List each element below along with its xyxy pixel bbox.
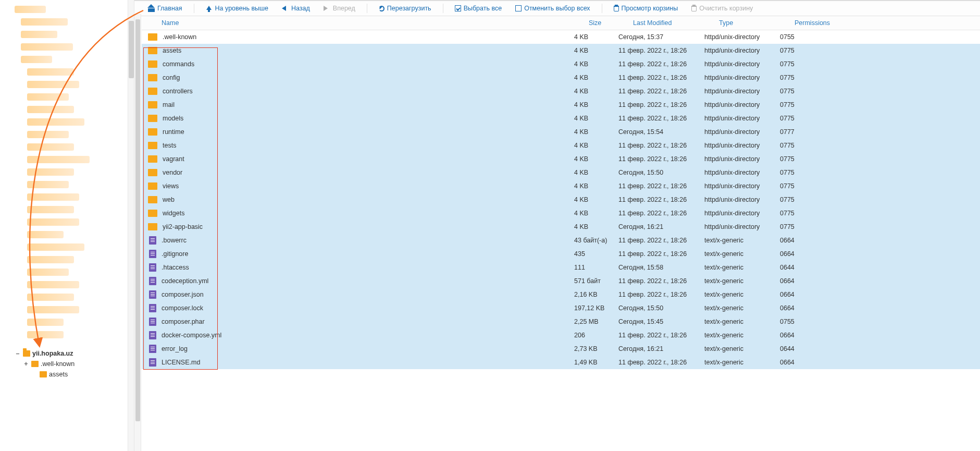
file-modified: 11 февр. 2022 г., 18:26 xyxy=(618,155,704,163)
file-name: composer.json xyxy=(162,291,204,298)
sidebar-scrollbar[interactable] xyxy=(128,0,134,451)
file-row[interactable]: composer.json2,16 KB11 февр. 2022 г., 18… xyxy=(142,288,980,301)
file-modified: 11 февр. 2022 г., 18:26 xyxy=(618,291,704,298)
toolbar: Главная На уровень выше Назад Вперед Пер… xyxy=(134,1,980,16)
file-type: httpd/unix-directory xyxy=(704,210,780,217)
column-name[interactable]: Name xyxy=(162,19,589,27)
file-modified: Сегодня, 15:50 xyxy=(618,304,704,312)
file-row[interactable]: config4 KB11 февр. 2022 г., 18:26httpd/u… xyxy=(142,71,980,84)
column-type[interactable]: Type xyxy=(719,19,795,27)
column-size[interactable]: Size xyxy=(589,19,633,27)
empty-trash-button: Очистить корзину xyxy=(688,1,756,16)
file-type: text/x-generic xyxy=(704,332,780,339)
tree-node-root[interactable]: – yii.hopaka.uz xyxy=(1,348,134,359)
reload-label: Перезагрузить xyxy=(387,5,431,12)
file-permissions: 0664 xyxy=(780,332,822,339)
file-name: vagrant xyxy=(163,155,184,163)
file-size: 4 KB xyxy=(574,88,618,95)
tree-node-well-known[interactable]: + .well-known xyxy=(1,359,134,369)
file-size: 2,16 KB xyxy=(574,291,618,298)
file-row[interactable]: commands4 KB11 февр. 2022 г., 18:26httpd… xyxy=(142,57,980,71)
folder-icon xyxy=(148,33,157,41)
file-permissions: 0775 xyxy=(780,115,822,122)
folder-icon xyxy=(148,88,157,95)
file-row[interactable]: vagrant4 KB11 февр. 2022 г., 18:26httpd/… xyxy=(142,152,980,166)
toolbar-divider xyxy=(194,4,194,13)
reload-button[interactable]: Перезагрузить xyxy=(376,1,435,16)
file-icon xyxy=(149,290,156,299)
file-name: yii2-app-basic xyxy=(163,223,203,230)
file-row[interactable]: .well-known4 KBСегодня, 15:37httpd/unix-… xyxy=(142,30,980,44)
file-modified: 11 февр. 2022 г., 18:26 xyxy=(618,210,704,217)
file-row[interactable]: .gitignore43511 февр. 2022 г., 18:26text… xyxy=(142,247,980,261)
file-name: mail xyxy=(163,101,175,108)
column-permissions[interactable]: Permissions xyxy=(795,19,836,27)
view-trash-button[interactable]: Просмотр корзины xyxy=(611,1,681,16)
file-row[interactable]: mail4 KB11 февр. 2022 г., 18:26httpd/uni… xyxy=(142,98,980,112)
file-modified: 11 февр. 2022 г., 18:26 xyxy=(618,332,704,339)
file-row[interactable]: yii2-app-basic4 KBСегодня, 16:21httpd/un… xyxy=(142,220,980,234)
file-size: 4 KB xyxy=(574,182,618,190)
file-row[interactable]: assets4 KB11 февр. 2022 г., 18:26httpd/u… xyxy=(142,44,980,57)
table-header: Name Size Last Modified Type Permissions xyxy=(142,16,980,30)
file-row[interactable]: codeception.yml571 байт11 февр. 2022 г.,… xyxy=(142,274,980,288)
file-row[interactable]: error_log2,73 KBСегодня, 16:21text/x-gen… xyxy=(142,342,980,356)
file-row[interactable]: runtime4 KBСегодня, 15:54httpd/unix-dire… xyxy=(142,125,980,139)
back-button[interactable]: Назад xyxy=(279,1,313,16)
main-vertical-scrollbar[interactable] xyxy=(134,14,141,451)
file-size: 4 KB xyxy=(574,60,618,68)
file-permissions: 0775 xyxy=(780,169,822,176)
file-row[interactable]: controllers4 KB11 февр. 2022 г., 18:26ht… xyxy=(142,84,980,98)
file-row[interactable]: .bowerrc43 байт(-а)11 февр. 2022 г., 18:… xyxy=(142,234,980,247)
file-modified: 11 февр. 2022 г., 18:26 xyxy=(618,182,704,190)
app-root: – yii.hopaka.uz + .well-known assets xyxy=(0,0,980,451)
file-row[interactable]: composer.phar2,25 MBСегодня, 15:45text/x… xyxy=(142,315,980,328)
trash-icon xyxy=(614,6,619,11)
deselect-all-button[interactable]: Отменить выбор всех xyxy=(512,1,593,16)
file-row[interactable]: .htaccess111Сегодня, 15:58text/x-generic… xyxy=(142,261,980,274)
home-label: Главная xyxy=(157,5,182,12)
column-modified[interactable]: Last Modified xyxy=(633,19,719,27)
scrollbar-thumb[interactable] xyxy=(129,21,134,78)
file-size: 4 KB xyxy=(574,155,618,163)
file-permissions: 0644 xyxy=(780,264,822,271)
file-name: config xyxy=(163,74,180,81)
select-all-button[interactable]: Выбрать все xyxy=(452,1,505,16)
tree-node-assets[interactable]: assets xyxy=(1,369,134,380)
file-row[interactable]: tests4 KB11 февр. 2022 г., 18:26httpd/un… xyxy=(142,139,980,152)
file-name: controllers xyxy=(163,88,193,95)
forward-label: Вперед xyxy=(333,5,355,12)
file-row[interactable]: models4 KB11 февр. 2022 г., 18:26httpd/u… xyxy=(142,112,980,125)
file-row[interactable]: docker-compose.yml20611 февр. 2022 г., 1… xyxy=(142,328,980,342)
file-row[interactable]: vendor4 KBСегодня, 15:50httpd/unix-direc… xyxy=(142,166,980,179)
folder-icon xyxy=(148,196,157,203)
file-size: 43 байт(-а) xyxy=(574,237,618,244)
up-button[interactable]: На уровень выше xyxy=(203,1,271,16)
file-type: text/x-generic xyxy=(704,345,780,352)
file-permissions: 0775 xyxy=(780,155,822,163)
file-row[interactable]: web4 KB11 февр. 2022 г., 18:26httpd/unix… xyxy=(142,193,980,206)
tree-expand-icon[interactable]: + xyxy=(23,360,29,368)
file-type: httpd/unix-directory xyxy=(704,88,780,95)
file-row[interactable]: views4 KB11 февр. 2022 г., 18:26httpd/un… xyxy=(142,179,980,193)
select-all-label: Выбрать все xyxy=(464,5,502,12)
home-button[interactable]: Главная xyxy=(145,1,185,16)
file-name: tests xyxy=(163,142,176,149)
file-row[interactable]: LICENSE.md1,49 KB11 февр. 2022 г., 18:26… xyxy=(142,356,980,369)
file-permissions: 0775 xyxy=(780,182,822,190)
sidebar-blur-area xyxy=(0,3,134,341)
file-name: views xyxy=(163,182,179,190)
folder-icon xyxy=(31,361,39,367)
file-permissions: 0664 xyxy=(780,291,822,298)
file-type: httpd/unix-directory xyxy=(704,155,780,163)
file-name: composer.phar xyxy=(162,318,205,325)
select-all-icon xyxy=(455,5,461,11)
folder-icon xyxy=(148,101,157,108)
file-permissions: 0775 xyxy=(780,223,822,230)
file-modified: 11 февр. 2022 г., 18:26 xyxy=(618,60,704,68)
file-row[interactable]: composer.lock197,12 KBСегодня, 15:50text… xyxy=(142,301,980,315)
file-type: httpd/unix-directory xyxy=(704,74,780,81)
file-row[interactable]: widgets4 KB11 февр. 2022 г., 18:26httpd/… xyxy=(142,206,980,220)
file-size: 4 KB xyxy=(574,223,618,230)
tree-collapse-icon[interactable]: – xyxy=(15,350,21,357)
